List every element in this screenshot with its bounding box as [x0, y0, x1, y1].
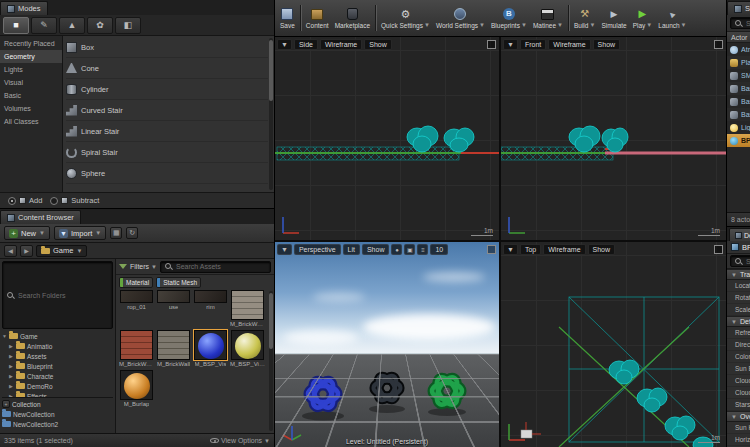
- actor-row[interactable]: Basic_Asset2: [727, 108, 750, 121]
- back-icon[interactable]: ◀: [4, 245, 17, 257]
- folder-item[interactable]: ▶Characte: [2, 371, 113, 381]
- viewmode-button[interactable]: Wireframe: [543, 244, 585, 255]
- maximize-viewport-icon[interactable]: [714, 40, 723, 49]
- modes-scrollbar[interactable]: [269, 38, 273, 190]
- maximize-viewport-icon[interactable]: [487, 245, 496, 254]
- side-viewport-canvas[interactable]: [275, 37, 499, 240]
- asset-item[interactable]: rop_01: [119, 290, 154, 328]
- actor-row[interactable]: Basic_Asset3: [727, 82, 750, 95]
- filter-chip-static-mesh[interactable]: Static Mesh: [156, 277, 201, 288]
- collection-item[interactable]: NewCollection2: [2, 419, 113, 429]
- asset-item[interactable]: M_Burlap: [119, 370, 154, 408]
- viewport-options-icon[interactable]: ▼: [277, 244, 292, 255]
- import-button[interactable]: ▼ Import ▼: [54, 226, 106, 240]
- folder-item[interactable]: ▶Animatio: [2, 341, 113, 351]
- maximize-viewport-icon[interactable]: [714, 245, 723, 254]
- maximize-viewport-icon[interactable]: [487, 40, 496, 49]
- assets-scrollbar[interactable]: [269, 291, 273, 431]
- place-mode-icon[interactable]: ■: [3, 17, 29, 34]
- asset-item-selected[interactable]: M_BSP_Vis: [193, 330, 228, 368]
- viewport-options-icon[interactable]: ▼: [503, 244, 518, 255]
- sync-icon[interactable]: ↻: [126, 227, 138, 239]
- search-actors-input[interactable]: [746, 20, 750, 27]
- actor-row[interactable]: Atmospheric Fog: [727, 43, 750, 56]
- matinee-button[interactable]: Matinee▼: [530, 1, 566, 35]
- quick-settings-button[interactable]: ⚙Quick Settings▼: [378, 1, 433, 35]
- show-flags-button[interactable]: Show: [362, 244, 390, 255]
- tab-details[interactable]: Details: [729, 228, 750, 241]
- collection-item[interactable]: NewCollection: [2, 409, 113, 419]
- folder-item[interactable]: ▶Assets: [2, 351, 113, 361]
- camera-speed-icon[interactable]: ≡: [417, 244, 428, 255]
- folder-item[interactable]: ▶DemoRo: [2, 381, 113, 391]
- forward-icon[interactable]: ▶: [20, 245, 33, 257]
- show-flags-button[interactable]: Show: [593, 39, 621, 50]
- viewport-perspective[interactable]: ▼ Perspective Lit Show ● ▣ ≡ 10 Level: U…: [275, 242, 499, 447]
- content-button[interactable]: Content: [303, 1, 332, 35]
- section-transform[interactable]: ▼ Transform: [727, 269, 750, 280]
- section-default[interactable]: ▼ Default: [727, 316, 750, 327]
- viewmode-button[interactable]: Wireframe: [548, 39, 590, 50]
- search-actors-box[interactable]: [730, 17, 750, 29]
- actor-row[interactable]: SM_Template_Map_Flo: [727, 69, 750, 82]
- front-viewport-canvas[interactable]: [501, 37, 726, 240]
- category-basic[interactable]: Basic: [0, 89, 62, 102]
- content-browser-tab[interactable]: Content Browser: [0, 210, 81, 224]
- viewport-type-button[interactable]: Front: [520, 39, 546, 50]
- show-flags-button[interactable]: Show: [364, 39, 392, 50]
- subtract-radio[interactable]: Subtract: [50, 196, 99, 205]
- viewport-top[interactable]: ▼ Top Wireframe Show 1m: [501, 242, 726, 447]
- placeable-curved-stair[interactable]: Curved Stair: [66, 100, 268, 121]
- actor-row[interactable]: Basic_Asset1: [727, 95, 750, 108]
- lock-viewport-icon[interactable]: ●: [391, 244, 402, 255]
- save-all-icon[interactable]: ▦: [110, 227, 122, 239]
- add-radio[interactable]: Add: [8, 196, 42, 205]
- placeable-cone[interactable]: Cone: [66, 58, 268, 79]
- category-volumes[interactable]: Volumes: [0, 102, 62, 115]
- show-flags-button[interactable]: Show: [588, 244, 616, 255]
- actor-row-selected[interactable]: BP_Sky_Sphere: [727, 134, 750, 147]
- actor-row[interactable]: Light Source: [727, 121, 750, 134]
- placeable-box[interactable]: Box: [66, 37, 268, 58]
- view-options-button[interactable]: View Options ▼: [210, 437, 270, 444]
- viewmode-button[interactable]: Wireframe: [320, 39, 362, 50]
- build-button[interactable]: ⚒Build▼: [571, 1, 598, 35]
- asset-item[interactable]: M_BSP_Viz_Transpar: [230, 330, 265, 368]
- category-geometry[interactable]: Geometry: [0, 50, 62, 63]
- viewmode-button[interactable]: Lit: [343, 244, 360, 255]
- simulate-button[interactable]: ▶Simulate: [598, 1, 629, 35]
- folder-item[interactable]: ▶Blueprint: [2, 361, 113, 371]
- actor-column-header[interactable]: Actor: [731, 34, 750, 41]
- category-lights[interactable]: Lights: [0, 63, 62, 76]
- category-all-classes[interactable]: All Classes: [0, 115, 62, 128]
- filters-button[interactable]: Filters▼: [130, 263, 157, 270]
- viewport-type-button[interactable]: Top: [520, 244, 541, 255]
- section-override-settings[interactable]: ▼ Override Settings: [727, 411, 750, 422]
- play-button[interactable]: ▶Play▼: [630, 1, 656, 35]
- viewport-type-button[interactable]: Perspective: [294, 244, 341, 255]
- asset-item[interactable]: M_BrickWall_: [119, 330, 154, 368]
- perspective-canvas[interactable]: [275, 242, 499, 447]
- placeable-cylinder[interactable]: Cylinder: [66, 79, 268, 100]
- category-visual[interactable]: Visual: [0, 76, 62, 89]
- viewport-options-icon[interactable]: ▼: [503, 39, 518, 50]
- viewport-type-button[interactable]: Side: [294, 39, 318, 50]
- asset-item[interactable]: use: [156, 290, 191, 328]
- new-asset-button[interactable]: + New ▼: [4, 226, 50, 240]
- viewport-options-icon[interactable]: ▼: [277, 39, 292, 50]
- camera-speed-value[interactable]: 10: [430, 244, 448, 255]
- search-folders-box[interactable]: [2, 261, 113, 329]
- marketplace-button[interactable]: Marketplace: [332, 1, 373, 35]
- world-settings-button[interactable]: World Settings▼: [433, 1, 488, 35]
- search-assets-input[interactable]: [176, 263, 267, 270]
- asset-item[interactable]: M_BrickWall: [156, 330, 191, 368]
- save-button[interactable]: Save: [277, 1, 298, 35]
- viewport-side[interactable]: ▼ Side Wireframe Show 1m: [275, 37, 499, 240]
- landscape-mode-icon[interactable]: ▲: [59, 17, 85, 34]
- asset-item[interactable]: rim: [193, 290, 228, 328]
- camera-icon[interactable]: ▣: [404, 244, 415, 255]
- details-search-box[interactable]: [730, 255, 750, 267]
- category-recently-placed[interactable]: Recently Placed: [0, 37, 62, 50]
- scene-outliner-tab[interactable]: Scene Outliner: [727, 1, 750, 15]
- details-search-input[interactable]: [746, 258, 750, 265]
